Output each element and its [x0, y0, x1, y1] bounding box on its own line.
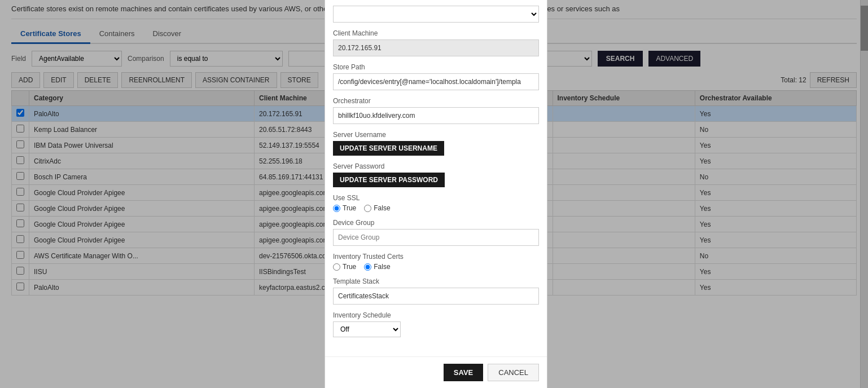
store-path-input[interactable] [333, 73, 539, 90]
page-wrapper: Certificate stores exist on remote machi… [0, 0, 868, 388]
store-path-group: Store Path [333, 63, 539, 90]
template-stack-input[interactable] [333, 288, 539, 305]
inv-trusted-true-radio[interactable] [333, 263, 340, 271]
use-ssl-false-radio[interactable] [364, 205, 371, 212]
edit-modal: Client Machine Store Path Orchestrator S… [325, 0, 547, 388]
inv-trusted-true-text: True [343, 263, 356, 271]
save-button[interactable]: SAVE [444, 364, 483, 381]
modal-body: Client Machine Store Path Orchestrator S… [325, 0, 547, 356]
inventory-trusted-certs-group: Inventory Trusted Certs True False [333, 253, 539, 271]
use-ssl-false-text: False [374, 204, 390, 212]
inv-trusted-radio-group: True False [333, 263, 539, 271]
server-username-group: Server Username UPDATE SERVER USERNAME [333, 131, 539, 156]
use-ssl-true-label[interactable]: True [333, 204, 356, 212]
server-username-label: Server Username [333, 131, 539, 139]
cancel-button[interactable]: CANCEL [488, 364, 539, 381]
client-machine-label: Client Machine [333, 29, 539, 37]
inv-trusted-false-label[interactable]: False [364, 263, 390, 271]
orchestrator-group: Orchestrator [333, 97, 539, 124]
client-machine-input [333, 39, 539, 56]
inventory-schedule-label: Inventory Schedule [333, 311, 539, 319]
modal-footer: SAVE CANCEL [325, 356, 547, 388]
device-group-label: Device Group [333, 219, 539, 227]
inventory-schedule-select[interactable]: Off Every 1 Hour Every 6 Hours Daily [333, 321, 401, 337]
top-select-group [333, 6, 539, 23]
orchestrator-input[interactable] [333, 107, 539, 124]
inv-trusted-true-label[interactable]: True [333, 263, 356, 271]
use-ssl-group: Use SSL True False [333, 194, 539, 212]
inv-trusted-false-radio[interactable] [364, 263, 371, 271]
device-group-group: Device Group [333, 219, 539, 246]
orchestrator-label: Orchestrator [333, 97, 539, 105]
update-server-password-button[interactable]: UPDATE SERVER PASSWORD [333, 173, 445, 187]
inventory-schedule-group: Inventory Schedule Off Every 1 Hour Ever… [333, 311, 539, 337]
top-dropdown[interactable] [333, 6, 539, 23]
use-ssl-radio-group: True False [333, 204, 539, 212]
use-ssl-label: Use SSL [333, 194, 539, 202]
use-ssl-false-label[interactable]: False [364, 204, 390, 212]
server-password-group: Server Password UPDATE SERVER PASSWORD [333, 162, 539, 187]
template-stack-group: Template Stack [333, 277, 539, 305]
client-machine-group: Client Machine [333, 29, 539, 56]
template-stack-label: Template Stack [333, 277, 539, 285]
use-ssl-true-text: True [343, 204, 356, 212]
use-ssl-true-radio[interactable] [333, 205, 340, 212]
device-group-input[interactable] [333, 229, 539, 246]
update-server-username-button[interactable]: UPDATE SERVER USERNAME [333, 141, 444, 156]
server-password-label: Server Password [333, 162, 539, 170]
inventory-trusted-certs-label: Inventory Trusted Certs [333, 253, 539, 261]
store-path-label: Store Path [333, 63, 539, 71]
inv-trusted-false-text: False [374, 263, 390, 271]
